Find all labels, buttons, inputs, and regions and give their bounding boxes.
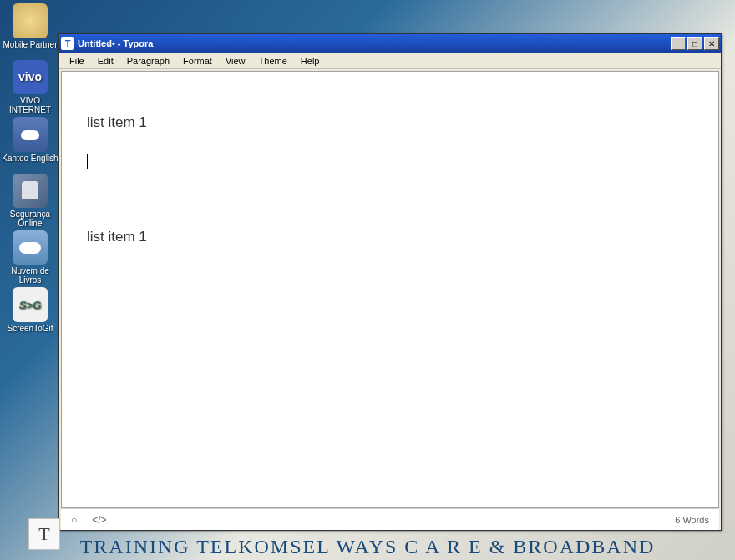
desktop-icon-seguranca[interactable]: Segurança Online: [2, 172, 58, 227]
titlebar[interactable]: T Untitled• - Typora _ □ ✕: [59, 34, 721, 53]
editor-frame: list item 1 list item 1 ○ </> 6 Words: [59, 69, 721, 530]
menu-view[interactable]: View: [219, 54, 252, 68]
kantoo-icon: [13, 117, 48, 152]
menu-help[interactable]: Help: [294, 54, 327, 68]
maximize-button[interactable]: □: [687, 37, 702, 50]
desktop-icon-kantoo[interactable]: Kantoo English: [2, 115, 58, 170]
menu-edit[interactable]: Edit: [91, 54, 120, 68]
desktop-icon-nuvem[interactable]: Nuvem de Livros: [2, 229, 58, 284]
seguranca-icon: [13, 174, 48, 208]
desktop-icon-mobile[interactable]: Mobile Partner: [2, 2, 58, 57]
desktop-icon-label: Mobile Partner: [3, 40, 57, 49]
nuvem-icon: [13, 230, 48, 265]
menu-theme[interactable]: Theme: [252, 54, 294, 68]
paragraph[interactable]: list item 1: [87, 112, 693, 134]
screen-icon: S>G: [13, 287, 48, 322]
app-icon: T: [61, 37, 74, 50]
text-cursor: [87, 154, 88, 169]
source-mode-icon[interactable]: </>: [92, 514, 106, 526]
typora-window: T Untitled• - Typora _ □ ✕ FileEditParag…: [58, 33, 722, 531]
desktop-icon-label: Kantoo English: [2, 154, 58, 163]
desktop-icons: Mobile PartnervivoVIVO INTERNETKantoo En…: [0, 0, 60, 341]
desktop-icon-label: Nuvem de Livros: [2, 266, 58, 284]
vivo-icon: vivo: [13, 60, 48, 94]
desktop-icon-vivo[interactable]: vivoVIVO INTERNET: [2, 58, 58, 114]
paragraph[interactable]: [87, 188, 693, 209]
menubar: FileEditParagraphFormatViewThemeHelp: [59, 53, 721, 69]
mobile-icon: [13, 3, 48, 38]
minimize-button[interactable]: _: [671, 37, 686, 50]
paragraph[interactable]: [87, 150, 693, 172]
paragraph[interactable]: list item 1: [87, 226, 693, 248]
desktop-icon-label: Segurança Online: [2, 209, 58, 227]
editor[interactable]: list item 1 list item 1: [61, 71, 719, 508]
desktop-icon-label: VIVO INTERNET: [2, 96, 58, 114]
window-title: Untitled• - Typora: [78, 38, 671, 48]
statusbar: ○ </> 6 Words: [61, 508, 719, 530]
window-buttons: _ □ ✕: [671, 37, 719, 50]
desktop-icon-screen[interactable]: S>GScreenToGif: [2, 285, 58, 341]
menu-paragraph[interactable]: Paragraph: [120, 54, 176, 68]
desktop: Mobile PartnervivoVIVO INTERNETKantoo En…: [0, 0, 735, 560]
word-count[interactable]: 6 Words: [675, 515, 709, 525]
desktop-icon-label: ScreenToGif: [7, 324, 53, 333]
wallpaper-text: TRAINING TELKOMSEL WAYS C A R E & BROADB…: [0, 536, 735, 558]
close-button[interactable]: ✕: [704, 37, 719, 50]
outline-toggle-icon[interactable]: ○: [71, 514, 77, 526]
menu-file[interactable]: File: [63, 54, 91, 68]
menu-format[interactable]: Format: [176, 54, 219, 68]
